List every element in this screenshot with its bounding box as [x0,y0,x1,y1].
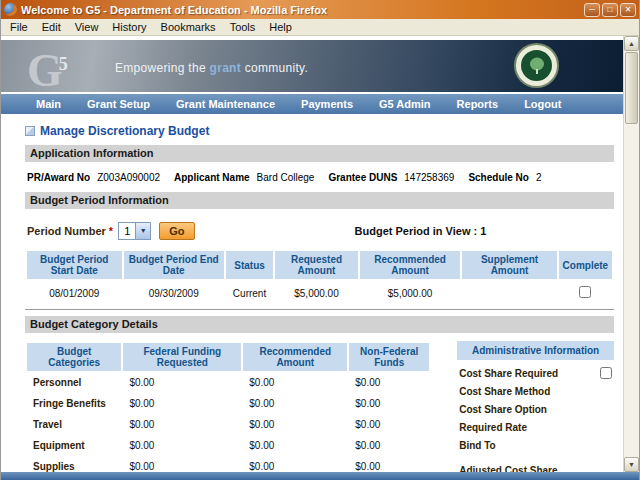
end-date-value: 09/30/2009 [124,281,224,306]
pr-award-no-label: PR/Award No [27,172,90,183]
minimize-button[interactable]: ─ [584,3,600,17]
section-budget-category-details: Budget Category Details [25,316,614,333]
admin-row-bind-to: Bind To [457,436,614,454]
menu-edit[interactable]: Edit [35,20,68,34]
menu-view[interactable]: View [68,20,106,34]
firefox-window: Welcome to G5 - Department of Education … [0,0,640,480]
section-application-information: Application Information [25,145,614,162]
col-complete: Complete [559,251,612,279]
schedule-no-label: Schedule No [468,172,529,183]
col-end-date: Budget Period End Date [124,251,224,279]
cost-share-required-checkbox[interactable] [600,367,612,379]
admin-row-cost-share-option: Cost Share Option [457,400,614,418]
table-row: Travel $0.00 $0.00 $0.00 [27,415,429,434]
pr-award-no-value: Z003A090002 [97,172,160,183]
col-budget-categories: Budget Categories [27,343,121,371]
menu-history[interactable]: History [105,20,153,34]
nav-g5-admin[interactable]: G5 Admin [366,98,444,110]
schedule-no-value: 2 [536,172,542,183]
budget-period-row: 08/01/2009 09/30/2009 Current $5,000.00 … [27,281,612,306]
budget-period-table: Budget Period Start Date Budget Period E… [25,249,614,308]
nav-payments[interactable]: Payments [288,98,366,110]
col-recommended-amount: Recommended Amount [360,251,460,279]
menu-tools[interactable]: Tools [223,20,263,34]
menu-help[interactable]: Help [262,20,299,34]
admin-row-required-rate: Required Rate [457,418,614,436]
page-viewport: G5 Empowering the grant community. Main … [1,36,623,472]
administrative-information-heading: Administrative Information [457,341,614,360]
table-row: Equipment $0.00 $0.00 $0.00 [27,436,429,455]
col-cat-recommended-amount: Recommended Amount [243,343,347,371]
col-supplement-amount: Supplement Amount [462,251,557,279]
scroll-down-icon[interactable]: ▼ [624,457,639,472]
menu-file[interactable]: File [3,20,35,34]
admin-row-cost-share-required: Cost Share Required [457,364,614,382]
requested-amount-value: $5,000.00 [275,281,358,306]
section-budget-period-information: Budget Period Information [25,192,614,209]
grantee-duns-value: 147258369 [404,172,454,183]
col-status: Status [226,251,273,279]
applicant-name-value: Bard College [257,172,315,183]
applicant-name-label: Applicant Name [174,172,250,183]
chevron-down-icon[interactable]: ▼ [135,223,150,239]
complete-checkbox[interactable] [579,286,591,298]
department-of-education-seal-icon [514,43,559,88]
period-number-value: 1 [119,225,135,237]
nav-reports[interactable]: Reports [444,98,512,110]
application-info-row: PR/Award No Z003A090002 Applicant Name B… [27,172,614,183]
budget-category-table: Budget Categories Federal Funding Reques… [25,341,431,472]
main-nav: Main Grant Setup Grant Maintenance Payme… [1,94,623,114]
window-title: Welcome to G5 - Department of Education … [21,4,580,16]
menu-bookmarks[interactable]: Bookmarks [154,20,223,34]
start-date-value: 08/01/2009 [27,281,122,306]
tree-icon [528,56,546,76]
nav-main[interactable]: Main [23,98,74,110]
g5-logo: G5 [27,40,68,92]
table-row: Personnel $0.00 $0.00 $0.00 [27,373,429,392]
vertical-scrollbar[interactable]: ▲ ▼ [623,36,639,472]
window-titlebar: Welcome to G5 - Department of Education … [1,0,639,19]
maximize-button[interactable]: □ [602,3,618,17]
divider [25,309,614,310]
firefox-icon [4,3,17,16]
scroll-up-icon[interactable]: ▲ [624,36,639,51]
nav-grant-maintenance[interactable]: Grant Maintenance [163,98,288,110]
status-value: Current [226,281,273,306]
menu-bar: File Edit View History Bookmarks Tools H… [1,19,639,36]
page-title-icon [25,126,35,136]
table-row: Fringe Benefits $0.00 $0.00 $0.00 [27,394,429,413]
recommended-amount-value: $5,000.00 [360,281,460,306]
banner-tagline: Empowering the grant community. [115,61,308,75]
admin-row-adjusted-cost-share: Adjusted Cost Share [457,461,614,472]
admin-row-cost-share-method: Cost Share Method [457,382,614,400]
nav-logout[interactable]: Logout [511,98,574,110]
scrollbar-thumb[interactable] [625,52,638,124]
col-requested-amount: Requested Amount [275,251,358,279]
col-start-date: Budget Period Start Date [27,251,122,279]
administrative-information-panel: Administrative Information Cost Share Re… [457,341,614,472]
scrollbar-track[interactable] [624,125,639,457]
grantee-duns-label: Grantee DUNS [328,172,397,183]
g5-banner: G5 Empowering the grant community. [1,40,623,92]
page-title: Manage Discretionary Budget [40,124,209,138]
go-button[interactable]: Go [159,222,194,240]
nav-grant-setup[interactable]: Grant Setup [74,98,163,110]
required-marker: * [109,225,113,237]
col-federal-funding-requested: Federal Funding Requested [123,343,241,371]
period-number-label: Period Number [27,225,106,237]
supplement-amount-value [462,281,557,306]
table-row: Supplies $0.00 $0.00 $0.00 [27,457,429,472]
close-button[interactable]: ✕ [620,3,636,17]
window-bottom-border [1,472,639,480]
col-non-federal-funds: Non-Federal Funds [349,343,429,371]
budget-period-in-view: Budget Period in View : 1 [355,225,487,237]
period-number-select[interactable]: 1 ▼ [118,222,151,240]
